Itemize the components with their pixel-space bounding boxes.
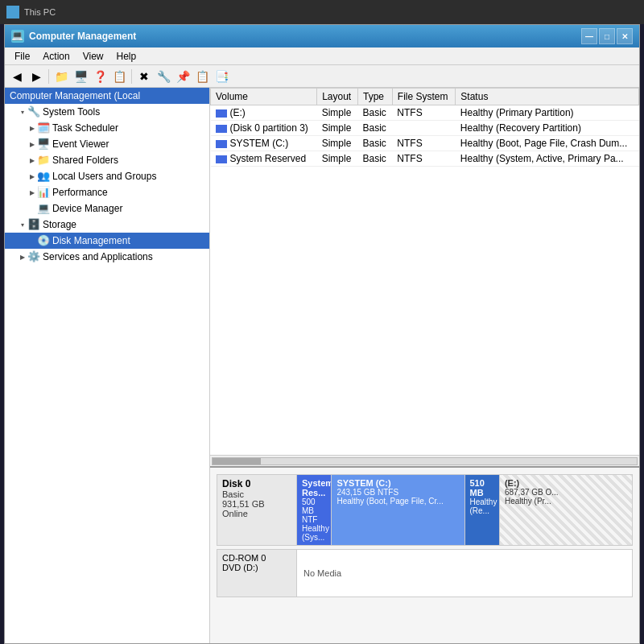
show-hide-button[interactable]: 🖥️ [72,68,89,85]
menu-action[interactable]: Action [36,49,76,64]
content-area: Computer Management (Local ▾ 🔧 System To… [5,88,639,643]
title-bar-text: Computer Management [29,31,136,42]
tree-item-local-users[interactable]: ▶ 👥 Local Users and Groups [5,168,209,184]
disk-view: Disk 0 Basic 931,51 GB Online System Res… [210,466,639,643]
up-button[interactable]: 📁 [52,68,70,85]
device-manager-label: Device Manager [52,203,122,214]
tree-item-storage[interactable]: ▾ 🗄️ Storage [5,217,209,233]
title-bar-buttons: — □ ✕ [581,28,633,44]
menu-view[interactable]: View [76,49,110,64]
disk-table[interactable]: Volume Layout Type File System Status (E… [210,88,639,455]
event-viewer-icon: 🖥️ [37,138,50,151]
title-bar-icon: 💻 [11,30,24,43]
col-filesystem[interactable]: File System [392,89,456,105]
p-system-c-status: Healthy (Boot, Page File, Cr... [336,497,459,506]
p-system-c-size: 243,15 GB NTFS [336,488,459,497]
partition-e[interactable]: (E:) 687,37 GB O... Healthy (Pr... [500,475,632,545]
table-row[interactable]: (Disk 0 partition 3)SimpleBasicHealthy (… [211,121,639,136]
menu-help[interactable]: Help [110,49,143,64]
disk-0-name: Disk 0 [222,478,291,489]
maximize-button[interactable]: □ [599,28,615,44]
main-window: 💻 Computer Management — □ ✕ File Action … [4,24,640,644]
task-scheduler-icon: 🗓️ [37,122,50,134]
close-button[interactable]: ✕ [617,28,633,44]
cell-type: Basic [357,136,392,151]
partition-system-c[interactable]: SYSTEM (C:) 243,15 GB NTFS Healthy (Boot… [332,475,464,545]
cell-status: Healthy (Boot, Page File, Crash Dum... [456,136,639,151]
cell-status: Healthy (Recovery Partition) [456,121,639,136]
rename-button[interactable]: 🔧 [155,68,172,85]
table-row[interactable]: System ReservedSimpleBasicNTFSHealthy (S… [211,151,639,167]
scrollbar-thumb[interactable] [213,458,261,464]
minimize-button[interactable]: — [581,28,597,44]
export-button[interactable]: 📋 [193,68,211,85]
tree-header: Computer Management (Local [5,88,209,104]
scrollbar-track[interactable] [212,457,638,465]
disk-management-icon: 💿 [37,234,50,247]
title-bar: 💻 Computer Management — □ ✕ [5,25,639,47]
help-button[interactable]: ❓ [91,68,109,85]
volume-icon [216,140,227,148]
performance-icon: 📊 [37,186,50,199]
taskbar-label: This PC [24,7,56,17]
taskbar: This PC [0,0,644,24]
cell-status: Healthy (System, Active, Primary Pa... [456,151,639,167]
local-users-icon: 👥 [37,170,50,183]
col-layout[interactable]: Layout [317,89,358,105]
cdrom-0-entry: CD-ROM 0 DVD (D:) No Media [217,549,633,597]
cell-filesystem: NTFS [392,105,456,121]
cdrom-0-content: No Media [297,549,633,597]
p-system-res-status: Healthy (Sys... [302,524,326,542]
menu-file[interactable]: File [8,49,36,64]
tree-item-device-manager[interactable]: 💻 Device Manager [5,200,209,217]
expand-arrow-storage: ▾ [18,221,27,229]
cell-layout: Simple [317,151,358,167]
p-system-c-name: SYSTEM (C:) [336,478,459,488]
partition-510mb[interactable]: 510 MB Healthy (Re... [465,475,500,545]
tree-item-system-tools[interactable]: ▾ 🔧 System Tools [5,104,209,120]
performance-label: Performance [52,187,108,198]
expand-arrow-shared: ▶ [27,157,37,164]
event-viewer-label: Event Viewer [52,138,109,150]
tree-item-services[interactable]: ▶ ⚙️ Services and Applications [5,249,209,265]
table-row[interactable]: (E:)SimpleBasicNTFSHealthy (Primary Part… [211,105,639,121]
p-510mb-status: Healthy (Re... [470,497,494,515]
delete-button[interactable]: ✖ [135,68,153,85]
expand-arrow-services: ▶ [18,254,27,261]
expand-arrow-device [27,205,37,213]
cdrom-0-type: DVD (D:) [222,563,291,572]
p-system-res-name: System Res... [302,478,326,497]
refresh-button[interactable]: 📌 [174,68,192,85]
device-manager-icon: 💻 [37,202,50,215]
expand-arrow-system-tools: ▾ [18,109,27,116]
back-button[interactable]: ◀ [8,68,26,85]
shared-folders-label: Shared Folders [52,155,118,166]
table-row[interactable]: SYSTEM (C:)SimpleBasicNTFSHealthy (Boot,… [211,136,639,151]
horizontal-scrollbar[interactable] [210,455,639,466]
cell-volume: (Disk 0 partition 3) [211,121,317,136]
cell-filesystem: NTFS [392,136,456,151]
tree-item-event-viewer[interactable]: ▶ 🖥️ Event Viewer [5,136,209,152]
p-e-status: Healthy (Pr... [505,497,627,506]
cell-volume: SYSTEM (C:) [211,136,317,151]
cell-layout: Simple [317,136,358,151]
menu-bar: File Action View Help [5,47,639,65]
tree-item-disk-management[interactable]: 💿 Disk Management [5,233,209,249]
cell-layout: Simple [317,105,358,121]
cell-status: Healthy (Primary Partition) [456,105,639,121]
col-status[interactable]: Status [456,89,639,105]
tree-item-performance[interactable]: ▶ 📊 Performance [5,184,209,200]
tree-item-shared-folders[interactable]: ▶ 📁 Shared Folders [5,152,209,168]
col-type[interactable]: Type [357,89,392,105]
expand-arrow-disk [27,237,37,245]
volume-icon [216,155,227,163]
tree-item-task-scheduler[interactable]: ▶ 🗓️ Task Scheduler [5,120,209,136]
col-volume[interactable]: Volume [211,89,317,105]
services-label: Services and Applications [43,251,153,262]
forward-button[interactable]: ▶ [27,68,45,85]
properties-button[interactable]: 📋 [110,68,128,85]
print-button[interactable]: 📑 [213,68,230,85]
toolbar: ◀ ▶ 📁 🖥️ ❓ 📋 ✖ 🔧 📌 📋 📑 [5,65,639,88]
partition-system-res[interactable]: System Res... 500 MB NTF Healthy (Sys... [297,475,332,545]
volume-icon [216,125,227,133]
